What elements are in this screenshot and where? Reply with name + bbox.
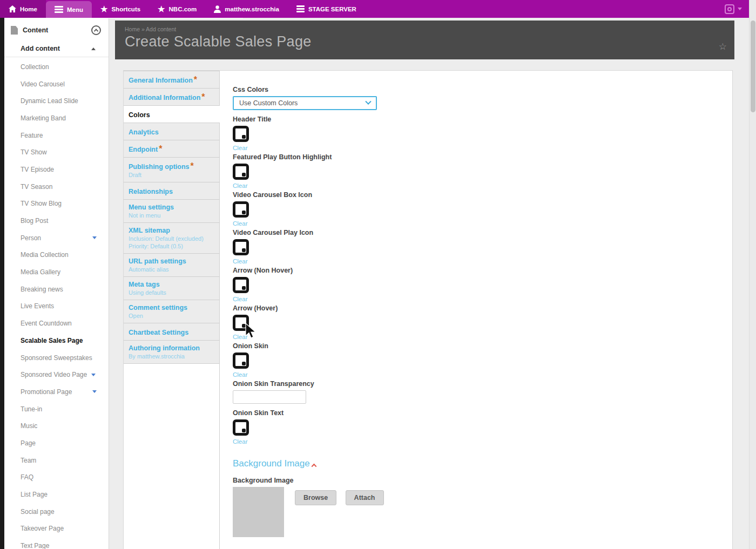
sidebar-item-music[interactable]: Music (4, 417, 109, 435)
sidebar-item-dynamic-lead-slide[interactable]: Dynamic Lead Slide (4, 92, 109, 110)
clear-link[interactable]: Clear (233, 438, 247, 445)
environment-icon[interactable] (725, 4, 734, 14)
sidebar-content-header[interactable]: Content (4, 18, 109, 40)
clear-link[interactable]: Clear (233, 182, 247, 189)
attach-button[interactable]: Attach (346, 490, 384, 505)
sidebar-item-page[interactable]: Page (4, 435, 109, 452)
color-swatch[interactable] (233, 126, 249, 142)
caret-down-icon[interactable] (738, 8, 742, 10)
color-field-onion-skin: Onion Skin Clear (233, 342, 732, 379)
chevron-up-icon (311, 463, 316, 469)
sidebar-item-text-page[interactable]: Text Page (4, 537, 109, 549)
sidebar-item-media-collection[interactable]: Media Collection (4, 247, 109, 264)
sidebar-item-tv-episode[interactable]: TV Episode (4, 161, 109, 178)
sidebar-item-feature[interactable]: Feature (4, 127, 109, 144)
sidebar-item-person[interactable]: Person (4, 229, 109, 247)
sidebar-item-faq[interactable]: FAQ (4, 469, 109, 486)
color-swatch[interactable] (233, 419, 249, 436)
sidebar-item-event-countdown[interactable]: Event Countdown (4, 315, 109, 332)
tab-chartbeat-settings[interactable]: Chartbeat Settings (124, 323, 219, 341)
onion-skin-transparency-input[interactable] (233, 390, 306, 404)
sidebar-item-sponsored-video-page[interactable]: Sponsored Video Page (4, 366, 109, 383)
chevron-down-icon[interactable] (91, 374, 96, 376)
css-colors-select[interactable]: Use Custom Colors (233, 96, 377, 110)
toolbar-shortcuts[interactable]: ★ Shortcuts (92, 0, 149, 18)
tab-endpoint[interactable]: Endpoint* (124, 140, 219, 158)
home-icon (9, 5, 16, 12)
sidebar-item-breaking-news[interactable]: Breaking news (4, 281, 109, 298)
required-mark: * (159, 144, 162, 153)
sidebar-item-promotional-page[interactable]: Promotional Page (4, 383, 109, 401)
clear-link[interactable]: Clear (233, 371, 247, 378)
css-colors-label: Css Colors (233, 86, 732, 93)
clear-link[interactable]: Clear (233, 145, 247, 151)
toolbar-user[interactable]: matthew.strocchia (205, 0, 288, 18)
sidebar-item-tv-season[interactable]: TV Season (4, 178, 109, 195)
tab-summary: Priority: Default (0.5) (129, 242, 214, 250)
tab-meta-tags[interactable]: Meta tags Using defaults (124, 277, 219, 300)
tab-publishing-options[interactable]: Publishing options* Draft (124, 158, 219, 182)
toolbar-nbc[interactable]: ★ NBC.com (149, 0, 205, 18)
tab-colors[interactable]: Colors (124, 106, 220, 123)
toolbar-stage-server[interactable]: STAGE SERVER (288, 0, 365, 18)
tab-summary: Inclusion: Default (excluded) (129, 235, 214, 242)
color-swatch[interactable] (233, 164, 249, 180)
favorite-star-icon[interactable]: ☆ (719, 41, 727, 52)
color-swatch[interactable] (233, 201, 249, 218)
sidebar-item-tv-show-blog[interactable]: TV Show Blog (4, 195, 109, 213)
tab-xml-sitemap[interactable]: XML sitemap Inclusion: Default (excluded… (124, 223, 219, 254)
sidebar-section-add-content[interactable]: Add content (4, 40, 109, 57)
clear-link[interactable]: Clear (233, 258, 247, 265)
toolbar-home-label: Home (20, 6, 37, 12)
tab-menu-settings[interactable]: Menu settings Not in menu (124, 200, 219, 223)
admin-toolbar: Home Menu ★ Shortcuts ★ NBC.com matthew.… (0, 0, 756, 18)
sidebar-item-scalable-sales-page[interactable]: Scalable Sales Page (4, 332, 109, 349)
sidebar-item-takeover-page[interactable]: Takeover Page (4, 520, 109, 538)
collapse-circle-icon[interactable] (91, 25, 101, 35)
sidebar-item-video-carousel[interactable]: Video Carousel (4, 76, 109, 93)
left-edge-strip (0, 18, 4, 549)
color-field-arrow-non-hover: Arrow (Non Hover) Clear (233, 267, 732, 304)
sidebar-item-tune-in[interactable]: Tune-in (4, 401, 109, 418)
sidebar-item-live-events[interactable]: Live Events (4, 298, 109, 315)
toolbar-nbc-label: NBC.com (169, 6, 197, 12)
sidebar-section-label: Add content (21, 45, 60, 52)
sidebar-item-team[interactable]: Team (4, 452, 109, 469)
tab-relationships[interactable]: Relationships (124, 182, 219, 200)
tab-authoring-information[interactable]: Authoring information By matthew.strocch… (124, 341, 219, 364)
color-swatch[interactable] (233, 239, 249, 255)
sidebar-item-marketing-band[interactable]: Marketing Band (4, 110, 109, 127)
sidebar-item-collection[interactable]: Collection (4, 58, 109, 76)
toolbar-home[interactable]: Home (0, 0, 46, 18)
toolbar-menu[interactable]: Menu (46, 1, 92, 18)
breadcrumb[interactable]: Home » Add content (125, 26, 721, 32)
tab-url-path-settings[interactable]: URL path settings Automatic alias (124, 254, 219, 277)
clear-link[interactable]: Clear (233, 220, 247, 227)
tab-comment-settings[interactable]: Comment settings Open (124, 300, 219, 323)
sidebar-item-social-page[interactable]: Social page (4, 503, 109, 520)
sidebar-item-media-gallery[interactable]: Media Gallery (4, 263, 109, 281)
color-swatch[interactable] (233, 277, 249, 293)
scrollbar-thumb[interactable] (751, 21, 755, 112)
tab-general-information[interactable]: General Information* (124, 71, 219, 89)
background-image-section-toggle[interactable]: Background Image (233, 458, 316, 469)
clear-link[interactable]: Clear (233, 296, 247, 302)
browse-button[interactable]: Browse (295, 490, 336, 505)
chevron-down-icon[interactable] (92, 236, 97, 239)
sidebar-item-list-page[interactable]: List Page (4, 486, 109, 503)
sidebar-item-tv-show[interactable]: TV Show (4, 144, 109, 161)
color-field-video-carousel-play-icon: Video Carousel Play Icon Clear (233, 229, 732, 266)
tab-analytics[interactable]: Analytics (124, 123, 219, 140)
sidebar-item-sponsored-sweepstakes[interactable]: Sponsored Sweepstakes (4, 349, 109, 367)
sidebar-item-blog-post[interactable]: Blog Post (4, 212, 109, 229)
chevron-down-icon[interactable] (92, 390, 97, 393)
page-header: Home » Add content Create Scalable Sales… (115, 21, 734, 59)
color-field-video-carousel-box-icon: Video Carousel Box Icon Clear (233, 191, 732, 228)
tab-additional-information[interactable]: Additional Information* (124, 89, 219, 106)
required-mark: * (201, 92, 205, 101)
color-swatch[interactable] (233, 353, 249, 369)
color-field-arrow-hover: Arrow (Hover) Clear (233, 304, 732, 342)
clear-link[interactable]: Clear (233, 334, 247, 340)
window-scrollbar[interactable] (749, 0, 756, 549)
color-swatch[interactable] (233, 315, 249, 331)
